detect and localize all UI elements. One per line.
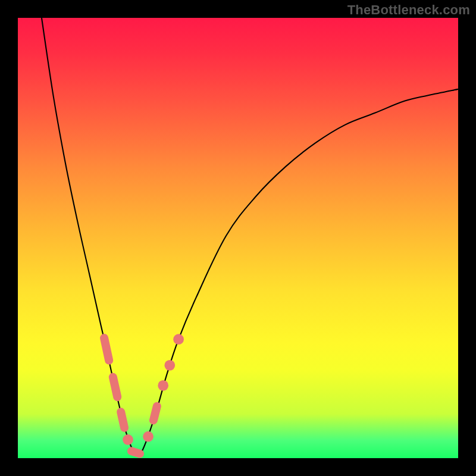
marker-capsule [104, 338, 109, 361]
chart-frame: TheBottleneck.com [0, 0, 476, 476]
curve-line [42, 18, 458, 455]
marker-capsule [154, 406, 157, 421]
watermark-text: TheBottleneck.com [347, 2, 470, 18]
marker-dot [173, 334, 184, 345]
marker-capsule [121, 412, 124, 428]
marker-dot [143, 431, 154, 442]
markers-group [104, 334, 184, 453]
marker-capsule [113, 377, 117, 397]
marker-capsule [131, 451, 140, 453]
marker-dot [123, 434, 133, 445]
marker-dot [158, 380, 168, 391]
marker-dot [164, 360, 175, 371]
chart-svg [18, 18, 458, 458]
plot-area [18, 18, 458, 458]
